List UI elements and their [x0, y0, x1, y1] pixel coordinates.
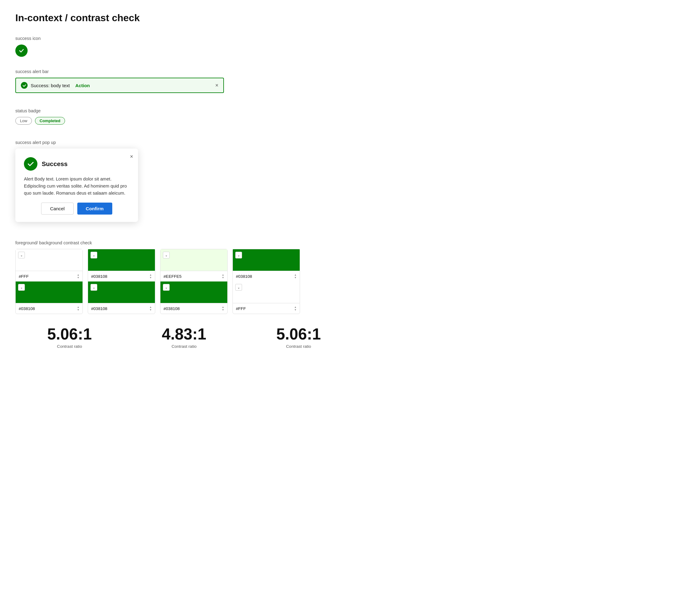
- color-stepper-4-top[interactable]: ▲▼: [294, 274, 297, 279]
- alert-popup-section: success alert pop up × Success Alert Bod…: [15, 140, 353, 222]
- swatch-3-top: ⌄: [160, 249, 227, 271]
- contrast-ratio-3: 5.06:1 Contrast ratio: [245, 326, 353, 348]
- contrast-pair-4: ⌄ #038108 ▲▼ ⌄ #FFF ▲▼: [233, 249, 300, 314]
- color-stepper-4-bottom[interactable]: ▲▼: [294, 306, 297, 311]
- color-hex-2-top: #038108: [91, 274, 148, 279]
- contrast-pair-3: ⌄ #EEFFE5 ▲▼ ⌄ #038108 ▲▼: [160, 249, 228, 314]
- color-hex-1-bottom: #038108: [19, 306, 76, 311]
- swatch-4-bottom: ⌄: [233, 281, 300, 303]
- color-hex-4-bottom: #FFF: [236, 306, 293, 311]
- swatch-2-bottom: ⌄: [88, 281, 155, 303]
- popup-close-button[interactable]: ×: [130, 154, 133, 160]
- swatch-3-top-dropdown[interactable]: ⌄: [163, 252, 169, 259]
- badge-low: Low: [15, 117, 32, 125]
- color-stepper-1-top[interactable]: ▲▼: [77, 274, 79, 279]
- color-hex-4-top: #038108: [236, 274, 293, 279]
- color-stepper-3-top[interactable]: ▲▼: [222, 274, 224, 279]
- color-input-3-top: #EEFFE5 ▲▼: [160, 271, 227, 281]
- ratio-value-1: 5.06:1: [15, 326, 124, 342]
- contrast-check-label: foreground/ background contrast check: [15, 240, 353, 245]
- ratio-label-2: Contrast ratio: [130, 344, 238, 349]
- success-icon: [15, 45, 28, 57]
- contrast-pair-2: ⌄ #038108 ▲▼ ⌄ #038108 ▲▼: [88, 249, 155, 314]
- color-stepper-1-bottom[interactable]: ▲▼: [77, 306, 79, 311]
- color-input-2-top: #038108 ▲▼: [88, 271, 155, 281]
- badges-row: Low Completed: [15, 117, 353, 125]
- alert-bar-label: success alert bar: [15, 69, 353, 74]
- alert-bar-text: Success: body text: [31, 83, 70, 88]
- alert-bar: Success: body text Action ×: [15, 78, 224, 93]
- color-hex-3-bottom: #038108: [163, 306, 220, 311]
- color-input-4-bottom: #FFF ▲▼: [233, 303, 300, 314]
- status-badge-section: status badge Low Completed: [15, 108, 353, 125]
- swatch-4-top-dropdown[interactable]: ⌄: [235, 252, 242, 259]
- contrast-pair-1: ⌄ #FFF ▲▼ ⌄ #038108 ▲▼: [15, 249, 83, 314]
- swatch-3-bottom-dropdown[interactable]: ⌄: [163, 284, 169, 291]
- contrast-ratios: 5.06:1 Contrast ratio 4.83:1 Contrast ra…: [15, 326, 353, 348]
- color-input-1-top: #FFF ▲▼: [16, 271, 83, 281]
- alert-bar-left: Success: body text Action: [21, 82, 90, 89]
- color-input-4-top: #038108 ▲▼: [233, 271, 300, 281]
- status-badge-label: status badge: [15, 108, 353, 113]
- swatch-4-bottom-dropdown[interactable]: ⌄: [235, 284, 242, 291]
- color-hex-1-top: #FFF: [19, 274, 76, 279]
- color-stepper-2-top[interactable]: ▲▼: [149, 274, 152, 279]
- confirm-button[interactable]: Confirm: [77, 203, 112, 214]
- swatch-3-bottom: ⌄: [160, 281, 227, 303]
- color-input-1-bottom: #038108 ▲▼: [16, 303, 83, 314]
- ratio-value-3: 5.06:1: [245, 326, 353, 342]
- success-icon-label: success icon: [15, 36, 353, 41]
- popup-header: Success: [24, 157, 129, 171]
- alert-popup-label: success alert pop up: [15, 140, 353, 145]
- popup-body: Alert Body text. Lorem ipsum dolor sit a…: [24, 176, 129, 196]
- popup-success-icon: [24, 157, 37, 171]
- badge-completed: Completed: [35, 117, 65, 125]
- popup-card: × Success Alert Body text. Lorem ipsum d…: [15, 149, 138, 222]
- swatch-2-top: ⌄: [88, 249, 155, 271]
- swatch-1-top-dropdown[interactable]: ⌄: [18, 252, 25, 259]
- alert-bar-action[interactable]: Action: [75, 83, 90, 88]
- swatch-1-bottom-dropdown[interactable]: ⌄: [18, 284, 25, 291]
- alert-bar-success-icon: [21, 82, 28, 89]
- contrast-ratio-1: 5.06:1 Contrast ratio: [15, 326, 124, 348]
- alert-bar-close-button[interactable]: ×: [215, 82, 218, 89]
- cancel-button[interactable]: Cancel: [41, 203, 73, 214]
- color-stepper-2-bottom[interactable]: ▲▼: [149, 306, 152, 311]
- swatch-4-top: ⌄: [233, 249, 300, 271]
- popup-actions: Cancel Confirm: [24, 203, 129, 214]
- color-input-3-bottom: #038108 ▲▼: [160, 303, 227, 314]
- contrast-check-section: foreground/ background contrast check ⌄ …: [15, 240, 353, 348]
- page-title: In-context / contrast check: [15, 12, 353, 24]
- ratio-value-2: 4.83:1: [130, 326, 238, 342]
- ratio-label-3: Contrast ratio: [245, 344, 353, 349]
- success-icon-section: success icon: [15, 36, 353, 57]
- alert-bar-section: success alert bar Success: body text Act…: [15, 69, 353, 93]
- swatch-1-top: ⌄: [16, 249, 83, 271]
- ratio-label-1: Contrast ratio: [15, 344, 124, 349]
- swatch-2-top-dropdown[interactable]: ⌄: [90, 252, 97, 259]
- contrast-pairs-grid: ⌄ #FFF ▲▼ ⌄ #038108 ▲▼ ⌄ #038108 ▲▼: [15, 249, 353, 314]
- color-input-2-bottom: #038108 ▲▼: [88, 303, 155, 314]
- swatch-1-bottom: ⌄: [16, 281, 83, 303]
- color-hex-3-top: #EEFFE5: [163, 274, 220, 279]
- swatch-2-bottom-dropdown[interactable]: ⌄: [90, 284, 97, 291]
- color-stepper-3-bottom[interactable]: ▲▼: [222, 306, 224, 311]
- color-hex-2-bottom: #038108: [91, 306, 148, 311]
- popup-title: Success: [42, 160, 68, 168]
- contrast-ratio-2: 4.83:1 Contrast ratio: [130, 326, 238, 348]
